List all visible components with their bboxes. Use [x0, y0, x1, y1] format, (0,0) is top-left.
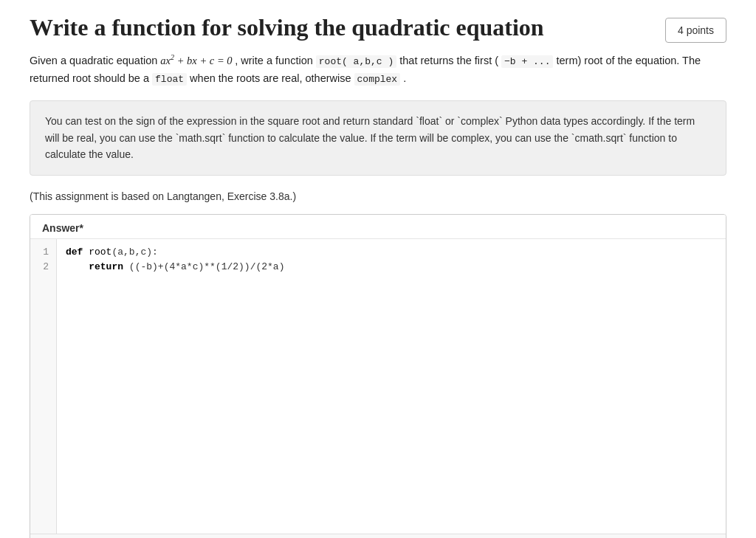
code-line-2: return ((-b)+(4*a*c)**(1/2))/(2*a) [66, 260, 717, 275]
period: . [403, 72, 406, 84]
function-call-code: root( a,b,c ) [316, 55, 396, 68]
float-code: float [152, 73, 187, 86]
line-number-2: 2 [30, 260, 56, 275]
points-badge: 4 points [665, 18, 726, 43]
line-number-1: 1 [30, 245, 56, 260]
editor-footer: Press F9 to toggle full-screen mode. Set… [30, 534, 726, 538]
answer-box: Answer* 1 2 def root(a,b,c): return ((-b… [30, 214, 726, 538]
line-numbers: 1 2 [30, 239, 57, 534]
term-code: −b + ... [501, 55, 553, 68]
hint-text: You can test on the sign of the expressi… [45, 115, 695, 160]
page-title: Write a function for solving the quadrat… [30, 13, 544, 41]
answer-label: Answer* [30, 215, 726, 238]
code-editor[interactable]: 1 2 def root(a,b,c): return ((-b)+(4*a*c… [30, 238, 726, 534]
code-line-1: def root(a,b,c): [66, 245, 717, 260]
code-content[interactable]: def root(a,b,c): return ((-b)+(4*a*c)**(… [57, 239, 726, 534]
problem-middle: that returns the first ( [399, 55, 498, 66]
problem-statement: Given a quadratic equation ax2 + bx + c … [30, 52, 726, 87]
complex-code: complex [354, 73, 401, 86]
page-container: Write a function for solving the quadrat… [0, 0, 756, 538]
header-row: Write a function for solving the quadrat… [30, 13, 726, 43]
math-equation: ax2 + bx + c = 0 [160, 55, 235, 66]
attribution: (This assignment is based on Langtangen,… [30, 190, 726, 202]
problem-otherwise: when the roots are real, otherwise [190, 72, 351, 84]
hint-box: You can test on the sign of the expressi… [30, 100, 726, 175]
problem-intro: Given a quadratic equation [30, 55, 157, 66]
